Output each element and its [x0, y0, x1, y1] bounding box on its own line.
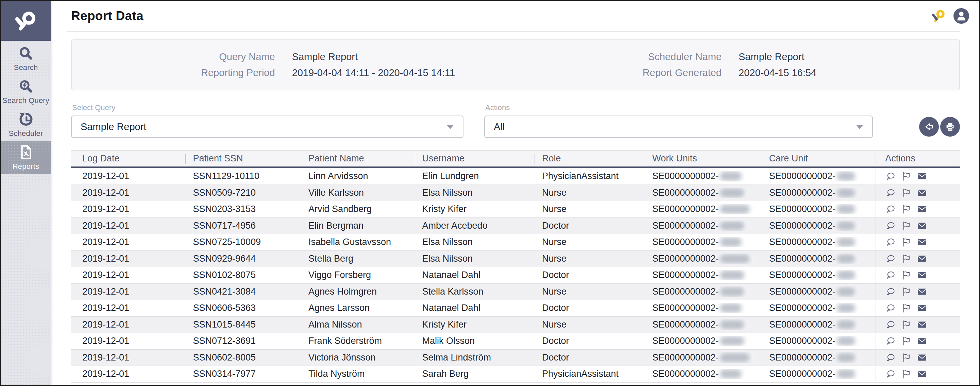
- mail-icon[interactable]: [917, 204, 927, 214]
- mail-icon[interactable]: [917, 286, 927, 297]
- row-actions-cell: [876, 317, 960, 333]
- flag-icon[interactable]: [901, 303, 912, 313]
- redacted-blur: [837, 254, 855, 263]
- reporting-period-label: Reporting Period: [201, 67, 275, 78]
- comment-icon[interactable]: [886, 187, 896, 198]
- comment-icon[interactable]: [886, 171, 896, 181]
- sidebar-item-search-query[interactable]: Search Query: [1, 75, 51, 108]
- comment-icon[interactable]: [886, 369, 896, 379]
- actions-dropdown[interactable]: All: [484, 116, 873, 138]
- column-header-patient-name[interactable]: Patient Name: [301, 153, 415, 164]
- care-unit-cell: SE0000000002-: [762, 303, 876, 313]
- role-cell: Doctor: [535, 336, 645, 346]
- comment-icon[interactable]: [886, 336, 896, 346]
- flag-icon[interactable]: [901, 336, 912, 346]
- row-actions-cell: [876, 185, 960, 201]
- export-back-button[interactable]: [919, 117, 939, 137]
- username-cell: Natanael Dahl: [415, 270, 535, 280]
- app-logo[interactable]: [1, 1, 51, 41]
- redacted-blur: [720, 353, 750, 362]
- comment-icon[interactable]: [886, 319, 896, 330]
- comment-icon[interactable]: [886, 254, 896, 264]
- table-row: 2019-12-01 SSN0712-3691 Frank Söderström…: [71, 333, 960, 349]
- mail-icon[interactable]: [917, 303, 927, 313]
- log-date-cell: 2019-12-01: [71, 221, 185, 231]
- print-button[interactable]: [940, 117, 960, 137]
- sidebar-item-label: Scheduler: [9, 129, 43, 138]
- care-unit-cell: SE0000000002-: [762, 187, 876, 198]
- care-unit-cell: SE0000000002-: [762, 204, 876, 214]
- table-row: 2019-12-01 SSN0602-8005 Victoria Jönsson…: [71, 349, 960, 366]
- search-icon: [18, 46, 33, 61]
- comment-icon[interactable]: [886, 303, 896, 313]
- select-query-dropdown[interactable]: Sample Report: [71, 116, 463, 138]
- column-header-actions[interactable]: Actions: [876, 153, 960, 164]
- mail-icon[interactable]: [917, 221, 927, 231]
- mail-icon[interactable]: [917, 319, 927, 330]
- mail-icon[interactable]: [917, 353, 927, 363]
- comment-icon[interactable]: [886, 204, 896, 214]
- redacted-blur: [720, 205, 750, 214]
- redacted-blur: [720, 369, 741, 378]
- work-units-cell: SE0000000002-: [645, 237, 761, 247]
- mail-icon[interactable]: [917, 171, 927, 181]
- flag-icon[interactable]: [901, 286, 912, 297]
- log-date-cell: 2019-12-01: [71, 319, 185, 330]
- column-header-work-units[interactable]: Work Units: [645, 153, 761, 164]
- comment-icon[interactable]: [886, 237, 896, 247]
- work-units-cell: SE0000000002-: [645, 171, 761, 181]
- column-header-username[interactable]: Username: [415, 153, 535, 164]
- mail-icon[interactable]: [917, 237, 927, 247]
- redacted-blur: [837, 172, 855, 181]
- mail-icon[interactable]: [917, 270, 927, 280]
- comment-icon[interactable]: [886, 353, 896, 363]
- flag-icon[interactable]: [901, 319, 912, 330]
- report-generated-value: 2020-04-15 16:54: [738, 67, 816, 78]
- mail-icon[interactable]: [917, 187, 927, 198]
- sidebar-item-search[interactable]: Search: [1, 42, 51, 75]
- comment-icon[interactable]: [886, 286, 896, 297]
- flag-icon[interactable]: [901, 369, 912, 379]
- redacted-blur: [720, 337, 745, 346]
- mail-icon[interactable]: [917, 369, 927, 379]
- redacted-blur: [837, 238, 855, 247]
- table-row: 2019-12-01 SSN0203-3153 Arvid Sandberg K…: [71, 201, 960, 218]
- flag-icon[interactable]: [901, 237, 912, 247]
- redacted-blur: [837, 221, 855, 230]
- column-header-log-date[interactable]: Log Date: [71, 153, 185, 164]
- flag-icon[interactable]: [901, 221, 912, 231]
- sidebar-item-reports[interactable]: Reports: [1, 141, 51, 174]
- redacted-blur: [837, 320, 855, 329]
- controls-row: Select Query Sample Report Actions All: [71, 103, 960, 138]
- column-header-patient-ssn[interactable]: Patient SSN: [185, 153, 301, 164]
- row-actions-cell: [876, 251, 960, 267]
- flag-icon[interactable]: [901, 254, 912, 264]
- sidebar-item-label: Search Query: [2, 96, 49, 105]
- sidebar-nav: Search Search Query Scheduler: [1, 41, 51, 174]
- flag-icon[interactable]: [901, 353, 912, 363]
- column-header-care-unit[interactable]: Care Unit: [762, 153, 876, 164]
- comment-icon[interactable]: [886, 221, 896, 231]
- row-actions-cell: [876, 284, 960, 300]
- select-query-field: Select Query Sample Report: [71, 103, 463, 138]
- row-actions-cell: [876, 300, 960, 316]
- mail-icon[interactable]: [917, 336, 927, 346]
- log-date-cell: 2019-12-01: [71, 336, 185, 346]
- flag-icon[interactable]: [901, 204, 912, 214]
- title-divider: [67, 31, 960, 32]
- comment-icon[interactable]: [886, 270, 896, 280]
- log-date-cell: 2019-12-01: [71, 171, 185, 181]
- username-cell: Elsa Nilsson: [415, 237, 535, 247]
- page-title: Report Data: [71, 9, 143, 23]
- sidebar-item-scheduler[interactable]: Scheduler: [1, 108, 51, 141]
- mail-icon[interactable]: [917, 254, 927, 264]
- patient-ssn-cell: SSN0712-3691: [185, 336, 301, 346]
- flag-icon[interactable]: [901, 171, 912, 181]
- table-row: 2019-12-01 SSN0725-10009 Isabella Gustav…: [71, 234, 960, 251]
- user-avatar-button[interactable]: [953, 8, 969, 24]
- flag-icon[interactable]: [901, 270, 912, 280]
- flag-icon[interactable]: [901, 187, 912, 198]
- patient-name-cell: Elin Bergman: [301, 221, 415, 231]
- column-header-role[interactable]: Role: [535, 153, 645, 164]
- patient-name-cell: Alma Nilsson: [301, 319, 415, 330]
